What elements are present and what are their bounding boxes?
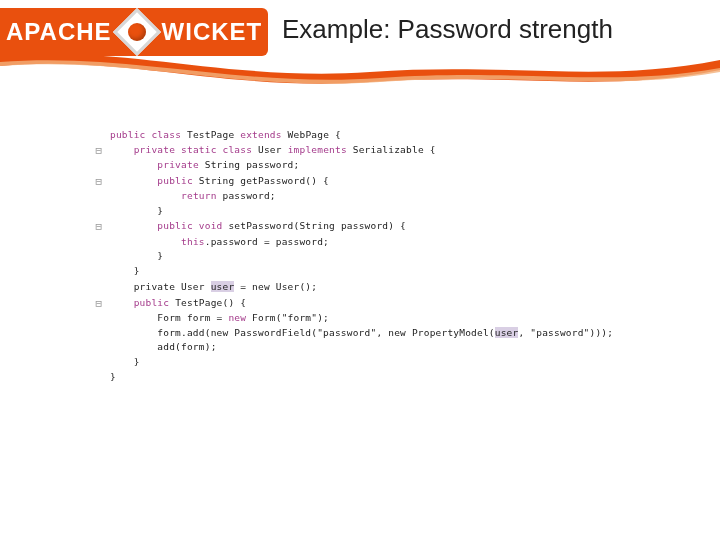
brand-left: APACHE [6, 18, 112, 46]
page-title: Example: Password strength [282, 14, 613, 45]
code-line: } [110, 355, 648, 370]
highlighted-identifier: user [211, 281, 235, 292]
code-line: } [110, 249, 648, 264]
fold-icon[interactable]: ⊟ [88, 143, 110, 158]
code-line: } [110, 370, 648, 385]
code-line: } [110, 264, 648, 279]
slide-header: APACHE WICKET Example: Password strength [0, 0, 720, 82]
code-line: public void setPassword(String password)… [110, 219, 648, 234]
fold-icon[interactable]: ⊟ [88, 296, 110, 311]
code-line: public String getPassword() { [110, 174, 648, 189]
highlighted-identifier: user [495, 327, 519, 338]
brand-bar: APACHE WICKET [0, 8, 268, 56]
code-line: } [110, 204, 648, 219]
code-line: private static class User implements Ser… [110, 143, 648, 158]
code-line: private String password; [110, 158, 648, 173]
code-line: return password; [110, 189, 648, 204]
fold-icon[interactable]: ⊟ [88, 174, 110, 189]
code-line: private User user = new User(); [110, 280, 648, 295]
code-line: Form form = new Form("form"); [110, 311, 648, 326]
code-line: this.password = password; [110, 235, 648, 250]
brand-logo-icon [113, 8, 161, 56]
code-line: public class TestPage extends WebPage { [110, 128, 648, 143]
code-line: add(form); [110, 340, 648, 355]
code-line: public TestPage() { [110, 296, 648, 311]
brand-right: WICKET [162, 18, 263, 46]
code-line: form.add(new PasswordField("password", n… [110, 326, 648, 341]
fold-icon[interactable]: ⊟ [88, 219, 110, 234]
code-block: public class TestPage extends WebPage { … [88, 128, 648, 385]
